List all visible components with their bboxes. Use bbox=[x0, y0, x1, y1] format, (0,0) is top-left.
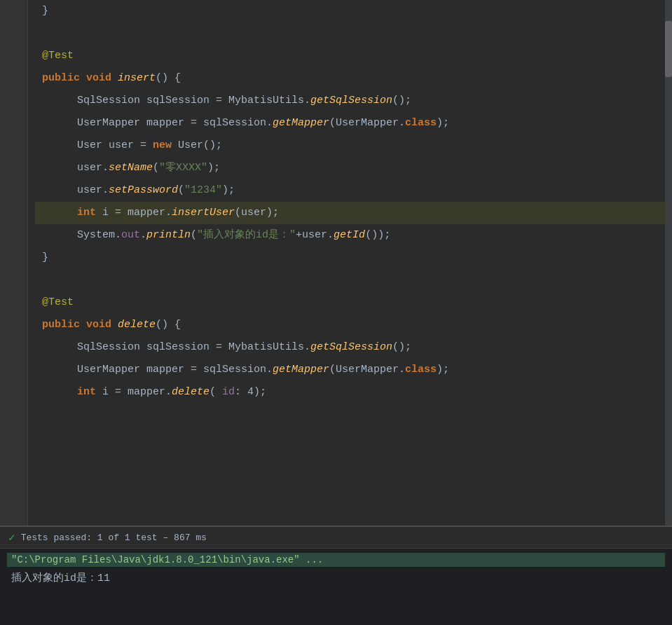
token-method: insert bbox=[118, 67, 156, 90]
token-method: setPassword bbox=[109, 179, 178, 202]
token-default: () { bbox=[156, 314, 181, 336]
token-default: ( bbox=[178, 179, 184, 202]
token-string: "零XXXX" bbox=[159, 157, 207, 179]
token-default: ( bbox=[210, 381, 222, 404]
bottom-panel: ✓ Tests passed: 1 of 1 test – 867 ms "C:… bbox=[0, 526, 672, 625]
token-method: getId bbox=[334, 224, 365, 247]
token-annotation: @Test bbox=[42, 291, 74, 314]
token-default: User user = bbox=[77, 135, 153, 157]
token-default: ()); bbox=[365, 224, 390, 247]
code-line: } bbox=[35, 247, 665, 269]
token-field: id bbox=[222, 381, 235, 404]
code-line: int i = mapper.delete( id: 4); bbox=[35, 381, 665, 404]
token-default: (UserMapper. bbox=[329, 112, 405, 135]
token-default: (UserMapper. bbox=[329, 359, 405, 381]
code-line: UserMapper mapper = sqlSession.getMapper… bbox=[35, 359, 665, 381]
code-line: } bbox=[35, 0, 665, 22]
token-field: out bbox=[121, 224, 140, 247]
test-status-prefix: Tests passed: bbox=[21, 533, 97, 543]
code-line: user.setPassword("1234"); bbox=[35, 179, 665, 202]
token-default: } bbox=[42, 247, 48, 269]
console-output-line: 插入对象的id是：11 bbox=[7, 570, 665, 586]
token-default: ( bbox=[153, 157, 159, 179]
test-status-bar: ✓ Tests passed: 1 of 1 test – 867 ms bbox=[0, 527, 672, 549]
token-default: user. bbox=[77, 179, 109, 202]
token-method: getMapper bbox=[273, 359, 329, 381]
token-default: ); bbox=[437, 112, 449, 135]
token-default: () { bbox=[156, 67, 181, 90]
token-default: UserMapper mapper = sqlSession. bbox=[77, 112, 273, 135]
token-method: println bbox=[146, 224, 191, 247]
token-default: user. bbox=[77, 157, 109, 179]
token-default: } bbox=[42, 0, 48, 22]
code-line: UserMapper mapper = sqlSession.getMapper… bbox=[35, 112, 665, 135]
token-default bbox=[80, 67, 86, 90]
token-default: ( bbox=[191, 224, 197, 247]
code-line: SqlSession sqlSession = MybatisUtils.get… bbox=[35, 336, 665, 359]
code-line: user.setName("零XXXX"); bbox=[35, 157, 665, 179]
token-method: setName bbox=[109, 157, 153, 179]
test-status-label: Tests passed: 1 of 1 test – 867 ms bbox=[21, 533, 207, 543]
token-keyword: new bbox=[153, 135, 172, 157]
code-line: @Test bbox=[35, 291, 665, 314]
token-keyword: int bbox=[77, 202, 96, 224]
token-keyword: void bbox=[86, 67, 111, 90]
code-line: public void delete() { bbox=[35, 314, 665, 336]
token-default bbox=[111, 314, 118, 336]
token-default: +user. bbox=[296, 224, 334, 247]
token-default: i = mapper. bbox=[96, 381, 172, 404]
token-default: ); bbox=[222, 179, 235, 202]
token-default: ); bbox=[207, 157, 220, 179]
code-line: User user = new User(); bbox=[35, 135, 665, 157]
token-method: getSqlSession bbox=[310, 336, 392, 359]
token-default: System. bbox=[77, 224, 121, 247]
token-keyword: int bbox=[77, 381, 96, 404]
scrollbar-thumb[interactable] bbox=[665, 21, 672, 77]
token-default: SqlSession sqlSession = MybatisUtils. bbox=[77, 336, 310, 359]
token-default: UserMapper mapper = sqlSession. bbox=[77, 359, 273, 381]
test-status-suffix: – 867 ms bbox=[158, 533, 207, 543]
token-default: (); bbox=[392, 336, 411, 359]
code-line bbox=[35, 22, 665, 45]
token-method: insertUser bbox=[172, 202, 235, 224]
scrollbar[interactable] bbox=[665, 0, 672, 526]
token-string: "插入对象的id是：" bbox=[197, 224, 296, 247]
console-area: "C:\Program Files\Java\jdk1.8.0_121\bin\… bbox=[0, 549, 672, 625]
test-status-count: 1 of 1 test bbox=[97, 533, 158, 543]
token-default: (); bbox=[392, 90, 411, 112]
console-cmd-line: "C:\Program Files\Java\jdk1.8.0_121\bin\… bbox=[7, 553, 665, 567]
editor-container: } @Testpublic void insert() {SqlSession … bbox=[0, 0, 672, 526]
token-default: ); bbox=[437, 359, 449, 381]
token-default: SqlSession sqlSession = MybatisUtils. bbox=[77, 90, 310, 112]
token-keyword: class bbox=[405, 359, 437, 381]
token-keyword: public bbox=[42, 314, 80, 336]
token-method: delete bbox=[118, 314, 156, 336]
code-line: int i = mapper.insertUser(user); bbox=[35, 202, 665, 224]
token-keyword: public bbox=[42, 67, 80, 90]
token-default: User(); bbox=[172, 135, 222, 157]
token-default bbox=[80, 314, 86, 336]
token-string: "1234" bbox=[184, 179, 222, 202]
check-icon: ✓ bbox=[8, 530, 15, 544]
code-line: @Test bbox=[35, 45, 665, 67]
token-default: . bbox=[140, 224, 146, 247]
code-line: System.out.println("插入对象的id是："+user.getI… bbox=[35, 224, 665, 247]
token-method: getSqlSession bbox=[310, 90, 392, 112]
token-method: delete bbox=[172, 381, 210, 404]
code-line bbox=[35, 269, 665, 291]
token-keyword: void bbox=[86, 314, 111, 336]
token-default bbox=[111, 67, 118, 90]
code-line: SqlSession sqlSession = MybatisUtils.get… bbox=[35, 90, 665, 112]
token-default: (user); bbox=[235, 202, 279, 224]
gutter bbox=[0, 0, 28, 526]
token-annotation: @Test bbox=[42, 45, 74, 67]
code-content: } @Testpublic void insert() {SqlSession … bbox=[28, 0, 672, 404]
code-line: public void insert() { bbox=[35, 67, 665, 90]
token-default: : 4); bbox=[235, 381, 266, 404]
token-default: i = mapper. bbox=[96, 202, 172, 224]
token-keyword: class bbox=[405, 112, 437, 135]
token-method: getMapper bbox=[273, 112, 329, 135]
